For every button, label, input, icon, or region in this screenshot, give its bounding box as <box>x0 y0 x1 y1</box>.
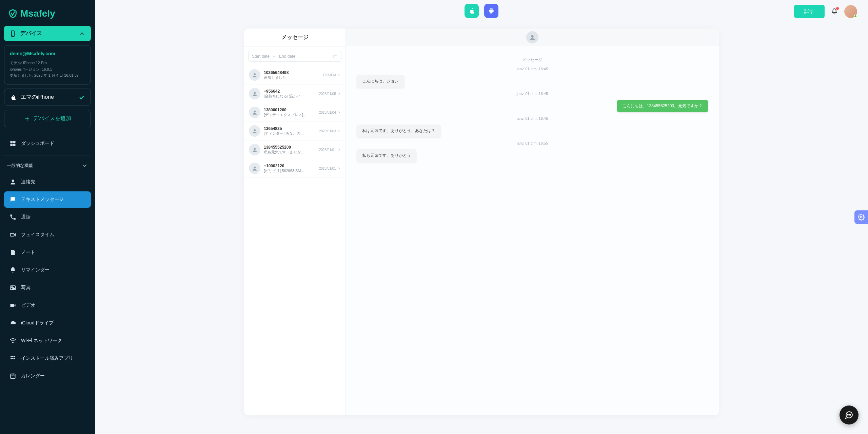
user-icon <box>9 178 16 185</box>
svg-point-33 <box>254 167 256 169</box>
conversation-title: 138455525200 <box>264 145 316 150</box>
conversation-time: 2023/01/05 <box>319 92 336 96</box>
chevron-up-icon <box>79 30 85 37</box>
device-version: iphoneバージョン: 16.0.1 <box>10 66 85 73</box>
svg-point-36 <box>848 414 848 415</box>
conversation-title: +956642 <box>264 89 316 94</box>
device-model: モデル: iPhone 12 Pro <box>10 60 85 66</box>
svg-point-30 <box>254 111 256 113</box>
message-incoming: こんにちは、ジョン <box>357 75 404 88</box>
person-icon <box>529 34 536 41</box>
apple-icon <box>468 7 475 14</box>
top-right: 試す <box>794 5 857 18</box>
conversation-item[interactable]: +956642 [金持ちになる] 温かい... 2023/01/05 <box>244 84 346 103</box>
nav-calls-label: 通話 <box>21 214 31 220</box>
check-icon <box>78 94 85 101</box>
settings-floating-button[interactable] <box>854 210 868 224</box>
chevron-right-icon <box>337 92 341 95</box>
nav-videos-label: ビデオ <box>21 302 35 308</box>
divider <box>4 155 91 155</box>
chat-header-avatar[interactable] <box>526 31 538 43</box>
device-email: demo@Msafely.com <box>10 51 85 56</box>
device-updated: 更新しました: 2023 年 1 月 4 日 16:01:37 <box>10 72 85 79</box>
general-section-label: 一般的な機能 <box>7 163 33 169</box>
chat-pane: メッセージ janv. 01 dim. 16:45こんにちは、ジョンjanv. … <box>346 29 719 415</box>
cloud-icon <box>9 320 16 326</box>
messages-title: メッセージ <box>244 29 346 47</box>
add-device-label: デバイスを追加 <box>33 115 71 122</box>
nav-apps[interactable]: インストール済みアプリ <box>4 350 91 366</box>
chevron-right-icon <box>337 73 341 77</box>
nav-notes-label: ノート <box>21 249 35 256</box>
message-incoming: 私は元気です、ありがとう。あなたは？ <box>357 125 441 137</box>
notification-dot <box>836 7 839 10</box>
svg-point-8 <box>12 180 14 182</box>
svg-point-32 <box>254 148 256 150</box>
android-icon <box>488 7 495 14</box>
phone-icon <box>9 214 16 221</box>
user-avatar[interactable] <box>844 5 857 18</box>
select-device[interactable]: エマのiPhone <box>4 89 91 106</box>
add-device-button[interactable]: デバイスを追加 <box>4 110 91 127</box>
apple-icon <box>10 94 17 101</box>
nav-photos-label: 写真 <box>21 285 31 291</box>
nav-videos[interactable]: ビデオ <box>4 297 91 314</box>
device-card: demo@Msafely.com モデル: iPhone 12 Pro ipho… <box>4 45 91 84</box>
conversation-item[interactable]: +10002120 [ビリビリ] 562963 SM... 2023/01/01 <box>244 159 346 178</box>
nav-wifi[interactable]: Wi-Fi ネットワーク <box>4 333 91 349</box>
conversation-preview: [ディディエクスプレス]... <box>264 112 316 117</box>
date-range-filter[interactable]: Start date → End date <box>248 51 341 62</box>
nav-wifi-label: Wi-Fi ネットワーク <box>21 338 62 344</box>
device-section-toggle[interactable]: デバイス <box>4 26 91 41</box>
conversation-item[interactable]: 138455525200 私も元気です、ありが... 2023/01/01 <box>244 140 346 159</box>
nav-calls[interactable]: 通話 <box>4 209 91 225</box>
nav-photos[interactable]: 写真 <box>4 280 91 296</box>
calendar-icon <box>333 54 338 59</box>
general-section-toggle[interactable]: 一般的な機能 <box>4 157 91 174</box>
nav-contacts[interactable]: 連絡先 <box>4 174 91 190</box>
conversation-preview: 追加しました <box>264 75 319 80</box>
notifications-button[interactable] <box>831 8 838 15</box>
conversation-title: +10002120 <box>264 164 316 168</box>
chat-body: メッセージ janv. 01 dim. 16:45こんにちは、ジョンjanv. … <box>346 46 719 415</box>
bell-icon <box>9 267 16 273</box>
nav-sms[interactable]: テキストメッセージ <box>4 191 91 208</box>
nav-calendar[interactable]: カレンダー <box>4 368 91 384</box>
brand-logo[interactable]: Msafely <box>4 5 91 26</box>
nav-facetime[interactable]: フェイスタイム <box>4 227 91 243</box>
conversation-time: 2023/01/01 <box>319 148 336 152</box>
svg-point-18 <box>14 356 15 357</box>
nav-sms-label: テキストメッセージ <box>21 196 64 203</box>
conversation-preview: 私も元気です、ありが... <box>264 150 316 155</box>
platform-ios[interactable] <box>465 4 479 18</box>
arrow-right-icon: → <box>272 54 276 59</box>
nav-notes[interactable]: ノート <box>4 244 91 261</box>
try-button[interactable]: 試す <box>794 5 825 18</box>
dashboard-icon <box>9 140 16 147</box>
logo-icon <box>8 9 18 18</box>
nav-dashboard[interactable]: ダッシュボード <box>4 135 91 152</box>
platform-android[interactable] <box>484 4 498 18</box>
nav-reminders[interactable]: リマインダー <box>4 262 91 278</box>
support-chat-button[interactable] <box>840 405 859 424</box>
conversation-item[interactable]: 13654825 [ティンダー] あなたの... 2023/01/03 <box>244 122 346 140</box>
chat-timestamp: janv. 01 dim. 16:55 <box>357 141 708 145</box>
note-icon <box>9 249 16 256</box>
nav-icloud[interactable]: iCloudドライブ <box>4 315 91 331</box>
chat-label: メッセージ <box>357 57 708 63</box>
calendar-icon <box>9 373 16 379</box>
person-icon <box>252 165 258 171</box>
nav-icloud-label: iCloudドライブ <box>21 320 54 326</box>
svg-point-16 <box>11 356 12 357</box>
messages-panel: メッセージ Start date → End date 10265648498 … <box>244 29 719 415</box>
conversation-item[interactable]: 1380001200 [ディディエクスプレス]... 2023/01/04 <box>244 103 346 122</box>
image-icon <box>9 284 16 291</box>
chat-bubble-icon <box>845 411 853 419</box>
svg-point-34 <box>531 35 533 37</box>
date-start-placeholder: Start date <box>252 54 270 59</box>
device-icon <box>9 30 16 37</box>
svg-point-21 <box>14 358 15 359</box>
conversation-title: 1380001200 <box>264 108 316 112</box>
conversation-item[interactable]: 10265648498 追加しました 12:33PM <box>244 66 346 84</box>
svg-point-19 <box>11 358 12 359</box>
